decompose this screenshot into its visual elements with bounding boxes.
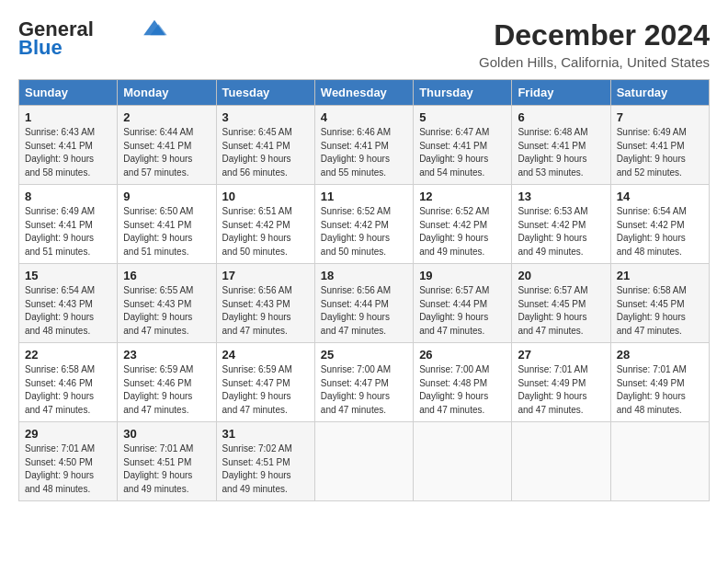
calendar-cell: 6Sunrise: 6:48 AM Sunset: 4:41 PM Daylig… (512, 106, 610, 185)
day-info: Sunrise: 6:54 AM Sunset: 4:42 PM Dayligh… (617, 205, 703, 259)
day-number: 6 (518, 110, 604, 124)
day-info: Sunrise: 6:44 AM Sunset: 4:41 PM Dayligh… (123, 126, 210, 179)
day-number: 22 (25, 348, 111, 362)
logo: General Blue (18, 18, 167, 59)
day-number: 26 (419, 348, 506, 362)
calendar-cell: 5Sunrise: 6:47 AM Sunset: 4:41 PM Daylig… (414, 106, 512, 185)
day-number: 12 (419, 190, 506, 203)
day-number: 21 (617, 269, 703, 282)
calendar-cell: 9Sunrise: 6:50 AM Sunset: 4:41 PM Daylig… (118, 185, 216, 264)
weekday-friday: Friday (512, 80, 610, 106)
day-number: 7 (617, 110, 703, 124)
calendar-body: 1Sunrise: 6:43 AM Sunset: 4:41 PM Daylig… (19, 106, 710, 501)
calendar-subtitle: Golden Hills, California, United States (479, 54, 710, 70)
calendar-table: SundayMondayTuesdayWednesdayThursdayFrid… (18, 79, 710, 501)
calendar-week-5: 29Sunrise: 7:01 AM Sunset: 4:50 PM Dayli… (19, 422, 710, 501)
calendar-week-3: 15Sunrise: 6:54 AM Sunset: 4:43 PM Dayli… (19, 264, 710, 343)
calendar-cell: 15Sunrise: 6:54 AM Sunset: 4:43 PM Dayli… (19, 264, 118, 343)
calendar-week-2: 8Sunrise: 6:49 AM Sunset: 4:41 PM Daylig… (19, 185, 710, 264)
logo-icon (142, 18, 167, 37)
day-number: 17 (222, 269, 309, 282)
day-number: 19 (419, 269, 506, 282)
calendar-cell: 28Sunrise: 7:01 AM Sunset: 4:49 PM Dayli… (610, 343, 709, 422)
calendar-cell: 20Sunrise: 6:57 AM Sunset: 4:45 PM Dayli… (512, 264, 610, 343)
day-info: Sunrise: 6:48 AM Sunset: 4:41 PM Dayligh… (518, 126, 604, 179)
calendar-cell: 16Sunrise: 6:55 AM Sunset: 4:43 PM Dayli… (118, 264, 216, 343)
day-number: 2 (123, 110, 210, 124)
day-number: 31 (222, 427, 309, 441)
day-number: 8 (25, 190, 111, 203)
weekday-monday: Monday (118, 80, 216, 106)
calendar-cell: 13Sunrise: 6:53 AM Sunset: 4:42 PM Dayli… (512, 185, 610, 264)
day-info: Sunrise: 7:01 AM Sunset: 4:50 PM Dayligh… (25, 442, 111, 496)
calendar-cell: 30Sunrise: 7:01 AM Sunset: 4:51 PM Dayli… (118, 422, 216, 501)
day-number: 25 (321, 348, 407, 362)
day-info: Sunrise: 6:49 AM Sunset: 4:41 PM Dayligh… (617, 126, 703, 179)
day-number: 11 (321, 190, 407, 203)
calendar-week-4: 22Sunrise: 6:58 AM Sunset: 4:46 PM Dayli… (19, 343, 710, 422)
title-section: December 2024 Golden Hills, California, … (479, 18, 710, 70)
calendar-cell: 17Sunrise: 6:56 AM Sunset: 4:43 PM Dayli… (216, 264, 314, 343)
day-info: Sunrise: 6:54 AM Sunset: 4:43 PM Dayligh… (25, 284, 111, 338)
day-number: 9 (123, 190, 210, 203)
calendar-cell: 25Sunrise: 7:00 AM Sunset: 4:47 PM Dayli… (314, 343, 413, 422)
day-info: Sunrise: 6:51 AM Sunset: 4:42 PM Dayligh… (222, 205, 309, 259)
day-number: 10 (222, 190, 309, 203)
day-info: Sunrise: 6:52 AM Sunset: 4:42 PM Dayligh… (419, 205, 506, 259)
day-info: Sunrise: 6:58 AM Sunset: 4:45 PM Dayligh… (617, 284, 703, 338)
day-info: Sunrise: 7:01 AM Sunset: 4:49 PM Dayligh… (617, 363, 703, 417)
calendar-cell (610, 422, 709, 501)
calendar-cell: 31Sunrise: 7:02 AM Sunset: 4:51 PM Dayli… (216, 422, 314, 501)
day-info: Sunrise: 6:50 AM Sunset: 4:41 PM Dayligh… (123, 205, 210, 259)
day-info: Sunrise: 6:45 AM Sunset: 4:41 PM Dayligh… (222, 126, 309, 179)
day-number: 24 (222, 348, 309, 362)
day-number: 28 (617, 348, 703, 362)
calendar-cell: 22Sunrise: 6:58 AM Sunset: 4:46 PM Dayli… (19, 343, 118, 422)
day-number: 16 (123, 269, 210, 282)
day-number: 27 (518, 348, 604, 362)
calendar-title: December 2024 (479, 18, 710, 52)
day-info: Sunrise: 6:47 AM Sunset: 4:41 PM Dayligh… (419, 126, 506, 179)
calendar-cell: 1Sunrise: 6:43 AM Sunset: 4:41 PM Daylig… (19, 106, 118, 185)
day-info: Sunrise: 6:55 AM Sunset: 4:43 PM Dayligh… (123, 284, 210, 338)
day-info: Sunrise: 7:00 AM Sunset: 4:48 PM Dayligh… (419, 363, 506, 417)
day-info: Sunrise: 6:56 AM Sunset: 4:44 PM Dayligh… (321, 284, 407, 338)
calendar-cell: 24Sunrise: 6:59 AM Sunset: 4:47 PM Dayli… (216, 343, 314, 422)
day-info: Sunrise: 7:00 AM Sunset: 4:47 PM Dayligh… (321, 363, 407, 417)
calendar-cell: 3Sunrise: 6:45 AM Sunset: 4:41 PM Daylig… (216, 106, 314, 185)
day-info: Sunrise: 6:56 AM Sunset: 4:43 PM Dayligh… (222, 284, 309, 338)
day-number: 5 (419, 110, 506, 124)
day-number: 23 (123, 348, 210, 362)
day-number: 30 (123, 427, 210, 441)
calendar-cell: 4Sunrise: 6:46 AM Sunset: 4:41 PM Daylig… (314, 106, 413, 185)
day-number: 1 (25, 110, 111, 124)
day-number: 15 (25, 269, 111, 282)
day-number: 3 (222, 110, 309, 124)
calendar-cell: 8Sunrise: 6:49 AM Sunset: 4:41 PM Daylig… (19, 185, 118, 264)
weekday-sunday: Sunday (19, 80, 118, 106)
calendar-cell: 21Sunrise: 6:58 AM Sunset: 4:45 PM Dayli… (610, 264, 709, 343)
day-info: Sunrise: 6:59 AM Sunset: 4:47 PM Dayligh… (222, 363, 309, 417)
day-info: Sunrise: 6:59 AM Sunset: 4:46 PM Dayligh… (123, 363, 210, 417)
calendar-cell: 12Sunrise: 6:52 AM Sunset: 4:42 PM Dayli… (414, 185, 512, 264)
weekday-header-row: SundayMondayTuesdayWednesdayThursdayFrid… (19, 80, 710, 106)
day-number: 29 (25, 427, 111, 441)
calendar-cell: 11Sunrise: 6:52 AM Sunset: 4:42 PM Dayli… (314, 185, 413, 264)
day-info: Sunrise: 6:53 AM Sunset: 4:42 PM Dayligh… (518, 205, 604, 259)
day-info: Sunrise: 6:58 AM Sunset: 4:46 PM Dayligh… (25, 363, 111, 417)
calendar-cell: 19Sunrise: 6:57 AM Sunset: 4:44 PM Dayli… (414, 264, 512, 343)
page-header: General Blue December 2024 Golden Hills,… (18, 18, 710, 70)
calendar-cell: 7Sunrise: 6:49 AM Sunset: 4:41 PM Daylig… (610, 106, 709, 185)
calendar-cell: 18Sunrise: 6:56 AM Sunset: 4:44 PM Dayli… (314, 264, 413, 343)
calendar-cell (314, 422, 413, 501)
calendar-cell (414, 422, 512, 501)
day-info: Sunrise: 7:01 AM Sunset: 4:51 PM Dayligh… (123, 442, 210, 496)
day-info: Sunrise: 7:01 AM Sunset: 4:49 PM Dayligh… (518, 363, 604, 417)
calendar-cell: 10Sunrise: 6:51 AM Sunset: 4:42 PM Dayli… (216, 185, 314, 264)
day-info: Sunrise: 7:02 AM Sunset: 4:51 PM Dayligh… (222, 442, 309, 496)
calendar-cell: 2Sunrise: 6:44 AM Sunset: 4:41 PM Daylig… (118, 106, 216, 185)
weekday-thursday: Thursday (414, 80, 512, 106)
day-info: Sunrise: 6:57 AM Sunset: 4:45 PM Dayligh… (518, 284, 604, 338)
logo-blue: Blue (18, 37, 63, 59)
day-info: Sunrise: 6:57 AM Sunset: 4:44 PM Dayligh… (419, 284, 506, 338)
